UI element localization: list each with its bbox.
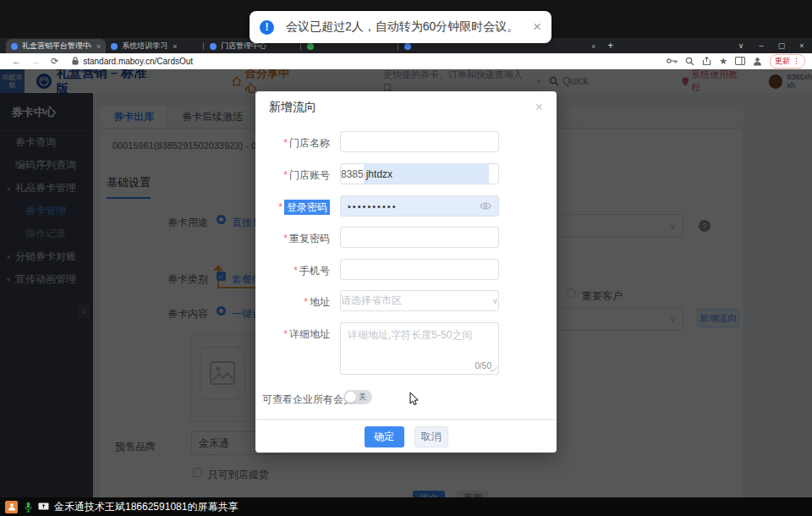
window-close-icon[interactable]: × xyxy=(792,38,812,53)
eye-icon[interactable] xyxy=(480,200,491,212)
window-menu-icon[interactable]: ∨ xyxy=(731,38,751,53)
modal-header: 新增流向 × xyxy=(255,91,557,124)
tab-close-icon[interactable]: × xyxy=(173,42,177,51)
window-minimize-icon[interactable]: – xyxy=(751,38,771,53)
repeat-password-input[interactable] xyxy=(340,227,499,248)
bookmark-star-icon[interactable]: ★ xyxy=(719,56,727,67)
profile-icon[interactable] xyxy=(753,57,762,66)
confirm-button[interactable]: 确定 xyxy=(365,426,404,447)
share-bar-text: 金禾通技术王斌18662591081的屏幕共享 xyxy=(54,500,238,514)
side-panel-icon[interactable] xyxy=(735,57,745,65)
new-tab-button[interactable]: + xyxy=(607,40,613,52)
screen-share-icon xyxy=(38,502,49,511)
store-name-input[interactable] xyxy=(340,131,499,152)
member-toggle-switch[interactable]: 关 xyxy=(343,390,372,404)
char-counter: 0/50 xyxy=(475,361,491,371)
account-input[interactable]: 8385 jhtdzx xyxy=(340,163,499,184)
window-maximize-icon[interactable]: ▢ xyxy=(771,38,792,53)
add-flow-modal: 新增流向 × *门店名称 *门店账号 8385 jhtdzx *登录密码 •••… xyxy=(255,91,557,453)
member-toggle-label: 可查看企业所有会员 xyxy=(262,392,354,407)
key-icon[interactable] xyxy=(667,57,678,65)
password-input[interactable]: •••••••••• xyxy=(340,195,499,217)
detail-address-textarea[interactable]: 详细地址,字符长度5-50之间 0/50 xyxy=(340,322,499,375)
browser-tab-2[interactable]: 系统培训学习 × xyxy=(106,39,202,53)
more-menu-icon[interactable]: ⋮ xyxy=(793,57,800,65)
repeat-password-label: *重复密码 xyxy=(237,232,330,246)
microphone-icon xyxy=(25,502,32,513)
switch-knob xyxy=(345,392,356,403)
favicon xyxy=(111,43,118,50)
switch-off-label: 关 xyxy=(359,392,366,403)
modal-title: 新增流向 xyxy=(269,100,316,115)
address-placeholder: 请选择省市区 xyxy=(341,294,402,308)
cancel-button[interactable]: 取消 xyxy=(414,426,448,447)
detail-address-label: *详细地址 xyxy=(237,327,330,342)
address-label: *地址 xyxy=(237,295,330,310)
reload-icon[interactable]: ⟳ xyxy=(51,56,58,67)
password-label: *登录密码 xyxy=(237,200,330,215)
phone-label: *手机号 xyxy=(237,264,330,278)
tab-close-icon[interactable]: × xyxy=(591,42,595,51)
share-icon[interactable] xyxy=(702,57,711,66)
modal-footer: 确定 取消 xyxy=(255,419,557,453)
store-name-label: *门店名称 xyxy=(237,136,330,151)
lock-icon xyxy=(72,53,79,69)
browser-tab-1[interactable]: 礼盒营销平台管理中心 × xyxy=(6,39,106,53)
account-value: jhtdzx xyxy=(364,164,489,184)
phone-input[interactable] xyxy=(340,259,499,280)
chevron-down-icon: ∨ xyxy=(492,296,498,305)
share-avatar-icon xyxy=(5,501,18,513)
window-controls: ∨ – ▢ × xyxy=(731,38,812,53)
forward-icon[interactable]: → xyxy=(31,56,41,66)
favicon xyxy=(11,43,18,50)
zoom-icon[interactable] xyxy=(685,57,694,66)
favicon xyxy=(404,43,411,50)
browser-url-bar: ← → ⟳ standard.maboy.cn/CardsOut ★ 更新 ⋮ xyxy=(0,53,812,69)
account-label: *门店账号 xyxy=(237,168,330,183)
password-dots: •••••••••• xyxy=(341,201,398,211)
favicon xyxy=(307,43,314,50)
back-icon[interactable]: ← xyxy=(12,56,21,66)
chrome-update-button[interactable]: 更新 ⋮ xyxy=(770,54,805,69)
notification-text: 会议已超过2人，自动转为60分钟限时会议。 xyxy=(286,19,518,35)
meeting-notification: ! 会议已超过2人，自动转为60分钟限时会议。 × xyxy=(250,11,551,43)
notification-close-icon[interactable]: × xyxy=(533,19,541,36)
favicon xyxy=(210,43,217,50)
address-select[interactable]: 请选择省市区 ∨ xyxy=(340,290,499,311)
url-text[interactable]: standard.maboy.cn/CardsOut xyxy=(83,57,193,66)
detail-address-placeholder: 详细地址,字符长度5-50之间 xyxy=(348,329,472,341)
account-prefix: 8385 xyxy=(341,168,364,180)
info-icon: ! xyxy=(260,20,274,35)
mouse-cursor xyxy=(409,392,420,406)
screen-share-bar: 金禾通技术王斌18662591081的屏幕共享 xyxy=(0,497,812,516)
tab-close-icon[interactable]: × xyxy=(96,42,101,51)
modal-close-icon[interactable]: × xyxy=(535,100,543,115)
